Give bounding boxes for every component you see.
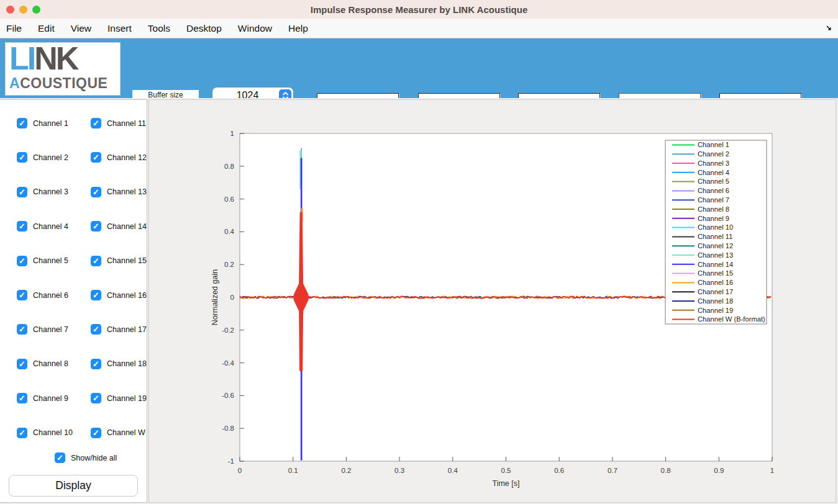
legend-label-3: Channel 3 — [698, 160, 729, 167]
legend-label-9: Channel 9 — [698, 215, 729, 222]
legend-label-20: Channel W (B-format) — [698, 315, 765, 323]
checkbox-channel-15[interactable]: ✓ — [91, 256, 101, 266]
checkbox-channel-16[interactable]: ✓ — [91, 290, 101, 300]
checkbox-row-channel-11: ✓Channel 11 — [91, 118, 146, 128]
legend-label-4: Channel 4 — [698, 169, 729, 176]
checkbox-label-channel-7: Channel 7 — [33, 325, 68, 334]
legend-label-5: Channel 5 — [698, 178, 729, 185]
checkbox-label-channel-w: Channel W — [107, 428, 145, 437]
checkbox-channel-6[interactable]: ✓ — [17, 290, 27, 300]
legend-label-15: Channel 15 — [698, 269, 733, 277]
checkbox-label-channel-16: Channel 16 — [107, 291, 147, 300]
menu-item-window[interactable]: Window — [230, 23, 280, 34]
checkbox-label-channel-11: Channel 11 — [107, 119, 146, 128]
checkbox-channel-3[interactable]: ✓ — [17, 187, 27, 197]
channel-sidebar: Display ✓Channel 1✓Channel 2✓Channel 3✓C… — [0, 99, 147, 503]
checkbox-label-channel-12: Channel 12 — [107, 153, 147, 162]
checkbox-row-channel-19: ✓Channel 19 — [91, 393, 147, 403]
dock-window-icon[interactable] — [825, 24, 833, 35]
checkbox-row-channel-17: ✓Channel 17 — [91, 324, 147, 335]
checkbox-channel-18[interactable]: ✓ — [91, 359, 101, 369]
checkbox-row-channel-15: ✓Channel 15 — [91, 256, 147, 266]
x-tick-label: 1 — [770, 467, 774, 474]
checkbox-label-channel-19: Channel 19 — [107, 394, 147, 403]
checkbox-channel-12[interactable]: ✓ — [91, 152, 101, 163]
legend-label-6: Channel 6 — [698, 187, 729, 194]
checkbox-row-channel-2: ✓Channel 2 — [17, 152, 68, 163]
checkbox-channel-17[interactable]: ✓ — [91, 324, 101, 335]
menu-item-file[interactable]: File — [0, 23, 30, 34]
legend-label-14: Channel 14 — [698, 261, 733, 268]
checkbox-row-channel-7: ✓Channel 7 — [17, 324, 68, 335]
y-tick-label: -0.4 — [222, 359, 234, 367]
x-tick-label: 0.5 — [501, 467, 511, 474]
checkbox-label-channel-13: Channel 13 — [107, 187, 147, 196]
x-axis-label: Time [s] — [493, 479, 520, 488]
link-acoustique-logo: LINK ACOUSTIQUE — [5, 42, 121, 96]
y-axis-label: Normalized gain — [211, 269, 219, 325]
x-tick-label: 0.8 — [661, 467, 671, 474]
checkbox-label-channel-2: Channel 2 — [33, 153, 68, 162]
window-title: Impulse Response Measurer by LINK Acoust… — [0, 4, 838, 15]
checkbox-channel-1[interactable]: ✓ — [17, 118, 27, 128]
legend-label-2: Channel 2 — [698, 150, 729, 158]
y-tick-label: -1 — [228, 457, 234, 465]
checkbox-label-channel-6: Channel 6 — [33, 291, 68, 300]
checkbox-channel-10[interactable]: ✓ — [17, 428, 27, 438]
checkbox-channel-19[interactable]: ✓ — [91, 393, 101, 403]
x-tick-label: 0.4 — [448, 467, 458, 474]
menu-item-view[interactable]: View — [63, 23, 99, 34]
plot-panel: 00.10.20.30.40.50.60.70.80.91-1-0.8-0.6-… — [148, 99, 836, 503]
checkbox-channel-8[interactable]: ✓ — [17, 359, 27, 369]
checkbox-channel-5[interactable]: ✓ — [17, 256, 27, 266]
legend-label-16: Channel 16 — [698, 279, 733, 286]
checkbox-row-channel-9: ✓Channel 9 — [17, 393, 68, 403]
checkbox-channel-7[interactable]: ✓ — [17, 324, 27, 335]
menu-item-insert[interactable]: Insert — [99, 23, 140, 34]
legend-label-11: Channel 11 — [698, 233, 732, 240]
logo-link-text: LINK — [9, 43, 116, 74]
checkbox-row-channel-5: ✓Channel 5 — [17, 256, 68, 266]
checkbox-row-channel-13: ✓Channel 13 — [91, 187, 147, 197]
checkbox-row-channel-16: ✓Channel 16 — [91, 290, 147, 300]
menu-item-tools[interactable]: Tools — [140, 23, 178, 34]
checkbox-channel-2[interactable]: ✓ — [17, 152, 27, 163]
checkbox-row-channel-4: ✓Channel 4 — [17, 221, 68, 232]
checkbox-label-channel-4: Channel 4 — [33, 222, 68, 231]
checkbox-channel-w[interactable]: ✓ — [91, 428, 101, 438]
menu-item-desktop[interactable]: Desktop — [178, 23, 230, 34]
checkbox-label-channel-14: Channel 14 — [107, 222, 147, 231]
legend-label-7: Channel 7 — [698, 196, 729, 204]
checkbox-channel-11[interactable]: ✓ — [91, 118, 101, 128]
app-window: { "window": { "title": "Impulse Response… — [0, 0, 838, 504]
x-tick-label: 0.2 — [341, 467, 351, 474]
x-tick-label: 0.6 — [554, 467, 564, 474]
legend-label-18: Channel 18 — [698, 297, 733, 305]
x-tick-label: 0.1 — [288, 467, 298, 474]
checkbox-label-channel-9: Channel 9 — [33, 394, 68, 403]
checkbox-label-channel-8: Channel 8 — [33, 359, 68, 368]
checkbox-row-channel-3: ✓Channel 3 — [17, 187, 68, 197]
checkbox-label-channel-3: Channel 3 — [33, 187, 68, 196]
display-button[interactable]: Display — [9, 475, 138, 497]
checkbox-channel-13[interactable]: ✓ — [91, 187, 101, 197]
x-tick-label: 0.9 — [714, 467, 724, 474]
title-bar: Impulse Response Measurer by LINK Acoust… — [0, 0, 838, 19]
menu-item-edit[interactable]: Edit — [30, 23, 63, 34]
x-tick-label: 0.7 — [608, 467, 617, 474]
checkbox-channel-4[interactable]: ✓ — [17, 221, 27, 232]
y-tick-label: 1 — [230, 130, 234, 137]
legend-label-13: Channel 13 — [698, 251, 733, 259]
x-tick-label: 0 — [238, 467, 242, 474]
menu-bar-items: FileEditViewInsertToolsDesktopWindowHelp — [0, 23, 316, 34]
legend-label-8: Channel 8 — [698, 205, 729, 213]
checkbox-label-show-hide-all: Show/hide all — [71, 454, 117, 462]
menu-item-help[interactable]: Help — [280, 23, 316, 34]
checkbox-channel-14[interactable]: ✓ — [91, 221, 101, 232]
menu-bar: FileEditViewInsertToolsDesktopWindowHelp — [0, 19, 838, 38]
y-tick-label: 0.6 — [224, 196, 234, 203]
checkbox-show-hide-all[interactable]: ✓ — [55, 452, 65, 463]
y-tick-label: 0.4 — [224, 228, 235, 235]
checkbox-channel-9[interactable]: ✓ — [17, 393, 27, 403]
checkbox-label-channel-5: Channel 5 — [33, 256, 68, 265]
